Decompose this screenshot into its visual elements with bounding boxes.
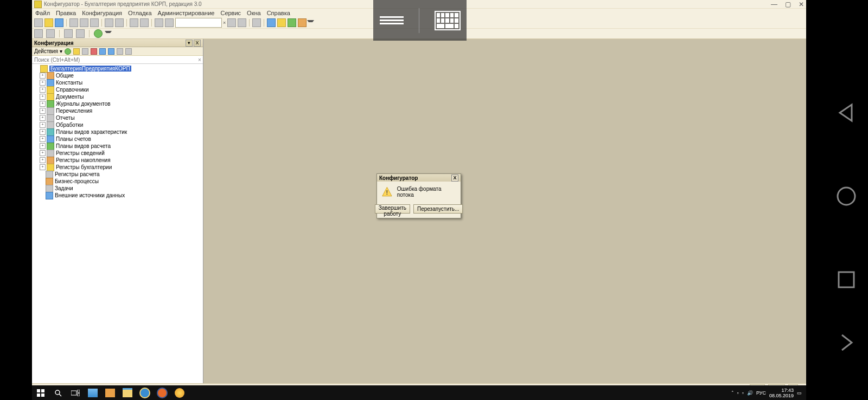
- search-clear-icon[interactable]: ×: [223, 20, 226, 25]
- menu-file[interactable]: Файл: [35, 10, 50, 16]
- tray-clock[interactable]: 17:43 08.05.2019: [769, 388, 794, 398]
- taskbar-firefox[interactable]: [154, 385, 171, 400]
- expand-icon[interactable]: +: [40, 157, 46, 163]
- taskbar-1c[interactable]: [171, 385, 188, 400]
- tree-item[interactable]: +Планы счетов: [32, 136, 203, 143]
- dropdown-icon[interactable]: [307, 20, 314, 26]
- find-icon[interactable]: [155, 18, 163, 27]
- menu-help[interactable]: Справка: [267, 10, 290, 16]
- tree-search-input[interactable]: [32, 56, 196, 63]
- run-dropdown-icon[interactable]: [105, 31, 112, 37]
- taskbar-explorer[interactable]: [119, 385, 136, 400]
- maximize-button[interactable]: ▢: [785, 1, 791, 8]
- nav-back-icon[interactable]: [835, 102, 857, 124]
- start-button[interactable]: [32, 385, 49, 400]
- tree-item[interactable]: +Документы: [32, 93, 203, 100]
- tray-icon-2[interactable]: ▫: [742, 390, 744, 396]
- expand-icon[interactable]: +: [40, 94, 46, 100]
- expand-icon[interactable]: +: [40, 73, 46, 79]
- menu-edit[interactable]: Правка: [56, 10, 76, 16]
- tree-item[interactable]: +Журналы документов: [32, 100, 203, 107]
- search-prev-icon[interactable]: [227, 18, 236, 27]
- redo-icon[interactable]: [140, 18, 149, 27]
- wand-icon[interactable]: [267, 18, 276, 27]
- up-icon[interactable]: [99, 48, 106, 55]
- syntax-icon[interactable]: [252, 18, 261, 27]
- add-icon[interactable]: [65, 48, 71, 55]
- cut-icon[interactable]: [69, 18, 78, 27]
- run-icon[interactable]: [94, 29, 103, 38]
- tray-icon-1[interactable]: ▫: [737, 390, 739, 396]
- tb2-icon-4[interactable]: [76, 29, 85, 38]
- copy-icon[interactable]: [80, 18, 88, 27]
- toolbar-search-input[interactable]: [175, 18, 222, 28]
- tree-item[interactable]: БухгалтерияПредприятияКОРП: [32, 65, 203, 72]
- side-panel-close-button[interactable]: X: [194, 40, 201, 47]
- tree-item[interactable]: Регистры расчета: [32, 171, 203, 178]
- dialog-restart-button[interactable]: Перезапустить...: [413, 204, 463, 214]
- new-icon[interactable]: [34, 18, 43, 27]
- tb2-icon-1[interactable]: [34, 29, 43, 38]
- taskview-button[interactable]: [67, 385, 84, 400]
- db-icon[interactable]: [277, 18, 286, 27]
- tree-item[interactable]: +Перечисления: [32, 107, 203, 114]
- print-icon[interactable]: [105, 18, 113, 27]
- side-panel-collapse-button[interactable]: ▾: [186, 40, 193, 47]
- tree-item[interactable]: +Регистры сведений: [32, 150, 203, 157]
- expand-icon[interactable]: +: [40, 136, 46, 142]
- check-icon[interactable]: [288, 18, 296, 27]
- tb2-icon-2[interactable]: [46, 29, 55, 38]
- undo-icon[interactable]: [130, 18, 138, 27]
- minimize-button[interactable]: —: [771, 1, 777, 8]
- tree-item[interactable]: +Планы видов расчета: [32, 143, 203, 150]
- search-button[interactable]: [49, 385, 67, 400]
- menu-administration[interactable]: Администрирование: [158, 10, 215, 16]
- expand-icon[interactable]: +: [40, 108, 46, 114]
- expand-icon[interactable]: +: [40, 115, 46, 121]
- tree-item[interactable]: Бизнес-процессы: [32, 178, 203, 185]
- tree-item[interactable]: +Регистры бухгалтерии: [32, 164, 203, 171]
- tree-item[interactable]: Задачи: [32, 185, 203, 192]
- tree-item[interactable]: +Константы: [32, 79, 203, 86]
- tb2-icon-3[interactable]: [64, 29, 73, 38]
- tree-item[interactable]: +Планы видов характеристик: [32, 128, 203, 136]
- edit-icon[interactable]: [73, 48, 80, 55]
- copy-tree-icon[interactable]: [82, 48, 88, 55]
- expand-icon[interactable]: +: [40, 143, 46, 149]
- dialog-close-button[interactable]: X: [451, 175, 458, 182]
- down-icon[interactable]: [108, 48, 114, 55]
- overlay-keyboard-icon[interactable]: [435, 11, 461, 30]
- taskbar-app-1[interactable]: [84, 385, 101, 400]
- nav-forward-icon[interactable]: [835, 332, 857, 353]
- tree-item[interactable]: +Справочники: [32, 86, 203, 93]
- nav-home-icon[interactable]: [835, 185, 857, 207]
- expand-icon[interactable]: +: [40, 164, 46, 170]
- tree-search-clear-icon[interactable]: ×: [196, 57, 203, 63]
- filter-icon[interactable]: [125, 48, 132, 55]
- tray-notifications-icon[interactable]: ▭: [797, 390, 802, 396]
- tree-item[interactable]: +Отчеты: [32, 114, 203, 121]
- save-icon[interactable]: [55, 18, 63, 27]
- expand-icon[interactable]: +: [40, 129, 46, 135]
- expand-icon[interactable]: +: [40, 87, 46, 93]
- menu-debug[interactable]: Отладка: [128, 10, 151, 16]
- search-next-icon[interactable]: [238, 18, 246, 27]
- tree-item[interactable]: +Общие: [32, 72, 203, 79]
- overlay-menu-icon[interactable]: [380, 15, 404, 26]
- tray-volume-icon[interactable]: 🔊: [747, 390, 753, 396]
- expand-icon[interactable]: +: [40, 122, 46, 128]
- menu-windows[interactable]: Окна: [247, 10, 261, 16]
- config-tree[interactable]: БухгалтерияПредприятияКОРП+Общие+Констан…: [32, 64, 203, 383]
- menu-configuration[interactable]: Конфигурация: [82, 10, 122, 16]
- info-icon[interactable]: [298, 18, 307, 27]
- tray-expand-icon[interactable]: ˄: [731, 390, 734, 396]
- expand-icon[interactable]: +: [40, 80, 46, 86]
- close-button[interactable]: ✕: [799, 1, 804, 8]
- tree-item[interactable]: +Обработки: [32, 121, 203, 128]
- menu-service[interactable]: Сервис: [220, 10, 241, 16]
- preview-icon[interactable]: [115, 18, 124, 27]
- taskbar-ie[interactable]: [136, 385, 154, 400]
- dialog-title-bar[interactable]: Конфигуратор X: [377, 174, 461, 182]
- open-icon[interactable]: [44, 18, 53, 27]
- taskbar-app-2[interactable]: [101, 385, 119, 400]
